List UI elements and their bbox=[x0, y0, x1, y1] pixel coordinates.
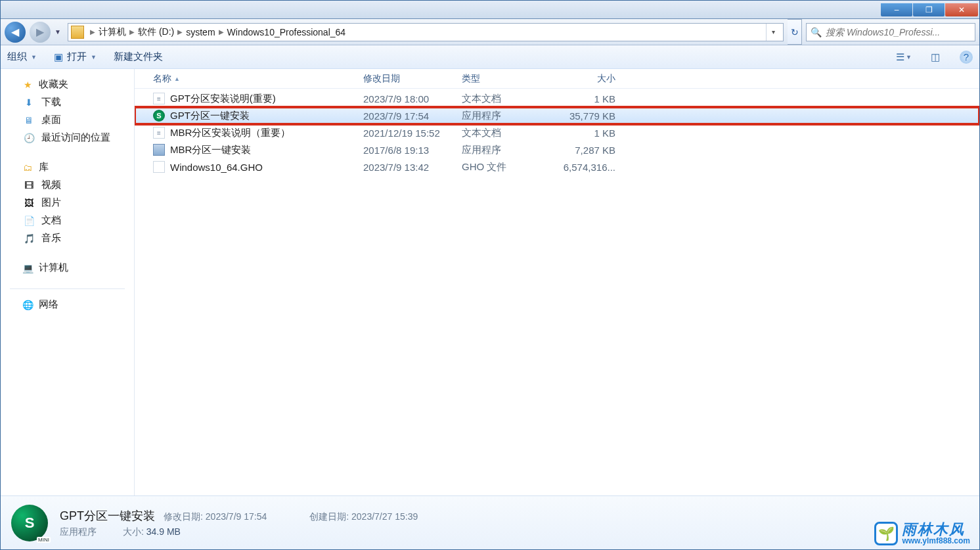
file-name: GPT分区一键安装 bbox=[170, 110, 250, 122]
file-type: 文本文档 bbox=[457, 93, 548, 105]
address-dropdown[interactable]: ▾ bbox=[766, 24, 780, 41]
sidebar-item-downloads[interactable]: ⬇下载 bbox=[1, 93, 134, 111]
refresh-button[interactable]: ↻ bbox=[788, 19, 802, 45]
column-type[interactable]: 类型 bbox=[457, 73, 548, 85]
chevron-right-icon[interactable]: ▶ bbox=[217, 28, 226, 35]
file-pane: 名称▲ 修改日期 类型 大小 ≡GPT分区安装说明(重要)2023/7/9 18… bbox=[135, 69, 979, 495]
breadcrumb[interactable]: system bbox=[185, 24, 216, 41]
sidebar-item-pictures[interactable]: 🖼图片 bbox=[1, 194, 134, 212]
file-name: MBR分区安装说明（重要） bbox=[170, 127, 290, 139]
file-size: 7,287 KB bbox=[548, 145, 621, 156]
file-type: 应用程序 bbox=[457, 110, 548, 122]
details-mod-label: 修改日期: bbox=[164, 511, 203, 522]
sidebar-label: 计算机 bbox=[39, 262, 68, 274]
library-icon: 🗂 bbox=[22, 162, 33, 173]
column-date[interactable]: 修改日期 bbox=[358, 73, 457, 85]
file-icon: ≡ bbox=[153, 127, 165, 139]
file-type: GHO 文件 bbox=[457, 161, 548, 173]
new-folder-label: 新建文件夹 bbox=[114, 51, 163, 63]
document-icon: 📄 bbox=[23, 215, 35, 227]
file-date: 2017/6/8 19:13 bbox=[358, 145, 457, 156]
sidebar-item-label: 图片 bbox=[41, 196, 61, 209]
sidebar-item-label: 最近访问的位置 bbox=[41, 131, 110, 144]
table-row[interactable]: Windows10_64.GHO2023/7/9 13:42GHO 文件6,57… bbox=[135, 158, 979, 175]
sidebar-item-label: 下载 bbox=[41, 96, 61, 108]
breadcrumb[interactable]: 软件 (D:) bbox=[137, 24, 175, 41]
new-folder-button[interactable]: 新建文件夹 bbox=[114, 51, 163, 63]
sidebar-libraries[interactable]: ▷🗂 库 bbox=[1, 158, 134, 176]
table-row[interactable]: SGPT分区一键安装2023/7/9 17:54应用程序35,779 KB bbox=[135, 107, 979, 124]
sidebar-item-desktop[interactable]: 🖥桌面 bbox=[1, 111, 134, 129]
file-size: 1 KB bbox=[548, 93, 621, 104]
details-subtitle: 应用程序 bbox=[60, 526, 97, 538]
sidebar-computer[interactable]: ▷💻 计算机 bbox=[1, 259, 134, 277]
help-button[interactable]: ? bbox=[960, 51, 973, 64]
sidebar-item-label: 音乐 bbox=[41, 232, 61, 244]
details-size-value: 34.9 MB bbox=[146, 526, 181, 537]
organize-menu[interactable]: 组织 ▼ bbox=[7, 51, 37, 63]
file-date: 2021/12/19 15:52 bbox=[358, 127, 457, 139]
leaf-icon: 🌱 bbox=[874, 522, 898, 545]
file-size: 6,574,316... bbox=[548, 162, 621, 173]
search-icon: 🔍 bbox=[811, 27, 822, 37]
minimize-button[interactable]: – bbox=[881, 3, 912, 16]
table-row[interactable]: ≡MBR分区安装说明（重要）2021/12/19 15:52文本文档1 KB bbox=[135, 124, 979, 141]
star-icon: ★ bbox=[22, 79, 33, 91]
sidebar-item-videos[interactable]: 🎞视频 bbox=[1, 176, 134, 194]
file-date: 2023/7/9 17:54 bbox=[358, 110, 457, 122]
preview-pane-button[interactable]: ◫ bbox=[928, 50, 943, 64]
sidebar: ▷★ 收藏夹 ⬇下载 🖥桌面 🕘最近访问的位置 ▷🗂 库 🎞视频 🖼图片 📄文档… bbox=[1, 69, 135, 495]
organize-label: 组织 bbox=[7, 51, 27, 63]
open-label: 打开 bbox=[67, 51, 87, 63]
music-icon: 🎵 bbox=[23, 233, 35, 244]
titlebar: – ❐ ✕ bbox=[1, 1, 979, 19]
logo-url: www.ylmf888.com bbox=[902, 537, 970, 545]
navbar: ◀ ▶ ▼ ▶ 计算机 ▶ 软件 (D:) ▶ system ▶ Windows… bbox=[1, 19, 979, 45]
view-options-button[interactable]: ☰ ▼ bbox=[897, 50, 911, 64]
forward-button[interactable]: ▶ bbox=[30, 22, 51, 43]
table-row[interactable]: ≡GPT分区安装说明(重要)2023/7/9 18:00文本文档1 KB bbox=[135, 90, 979, 107]
sidebar-item-music[interactable]: 🎵音乐 bbox=[1, 229, 134, 247]
sidebar-item-label: 文档 bbox=[41, 214, 61, 227]
breadcrumb[interactable]: Windows10_Professional_64 bbox=[226, 24, 347, 41]
details-create-value: 2023/7/27 15:39 bbox=[351, 511, 418, 522]
back-button[interactable]: ◀ bbox=[5, 22, 26, 43]
details-title: GPT分区一键安装 bbox=[60, 509, 155, 522]
recent-icon: 🕘 bbox=[23, 132, 35, 144]
column-size[interactable]: 大小 bbox=[548, 73, 621, 85]
file-size: 35,779 KB bbox=[548, 110, 621, 122]
column-name[interactable]: 名称▲ bbox=[148, 73, 358, 85]
search-input[interactable] bbox=[826, 27, 971, 37]
divider bbox=[10, 288, 125, 289]
file-date: 2023/7/9 13:42 bbox=[358, 162, 457, 173]
file-size: 1 KB bbox=[548, 127, 621, 139]
search-box[interactable]: 🔍 bbox=[806, 23, 975, 41]
nav-history-dropdown[interactable]: ▼ bbox=[55, 28, 64, 35]
details-size-label: 大小: bbox=[123, 526, 144, 537]
sidebar-item-label: 视频 bbox=[41, 179, 61, 191]
sidebar-item-documents[interactable]: 📄文档 bbox=[1, 212, 134, 229]
file-large-icon: S bbox=[11, 505, 48, 541]
breadcrumb[interactable]: 计算机 bbox=[97, 24, 127, 41]
sidebar-label: 网络 bbox=[39, 298, 58, 311]
file-name: MBR分区一键安装 bbox=[170, 144, 251, 156]
file-date: 2023/7/9 18:00 bbox=[358, 93, 457, 104]
chevron-right-icon[interactable]: ▶ bbox=[88, 28, 97, 35]
file-icon: S bbox=[153, 110, 165, 122]
close-button[interactable]: ✕ bbox=[945, 3, 978, 16]
details-create-label: 创建日期: bbox=[309, 511, 349, 522]
sidebar-item-recent[interactable]: 🕘最近访问的位置 bbox=[1, 129, 134, 147]
sidebar-favorites[interactable]: ▷★ 收藏夹 bbox=[1, 76, 134, 93]
address-bar[interactable]: ▶ 计算机 ▶ 软件 (D:) ▶ system ▶ Windows10_Pro… bbox=[68, 23, 784, 41]
sidebar-network[interactable]: ▷🌐 网络 bbox=[1, 296, 134, 313]
file-type: 文本文档 bbox=[457, 127, 548, 139]
file-icon bbox=[153, 144, 165, 156]
maximize-button[interactable]: ❐ bbox=[913, 3, 945, 16]
table-row[interactable]: MBR分区一键安装2017/6/8 19:13应用程序7,287 KB bbox=[135, 141, 979, 158]
open-button[interactable]: ▣ 打开 ▼ bbox=[54, 51, 97, 63]
chevron-right-icon[interactable]: ▶ bbox=[127, 28, 137, 35]
desktop-icon: 🖥 bbox=[23, 114, 35, 126]
computer-icon: 💻 bbox=[22, 262, 33, 274]
chevron-right-icon[interactable]: ▶ bbox=[175, 28, 185, 35]
file-name: GPT分区安装说明(重要) bbox=[170, 93, 276, 105]
